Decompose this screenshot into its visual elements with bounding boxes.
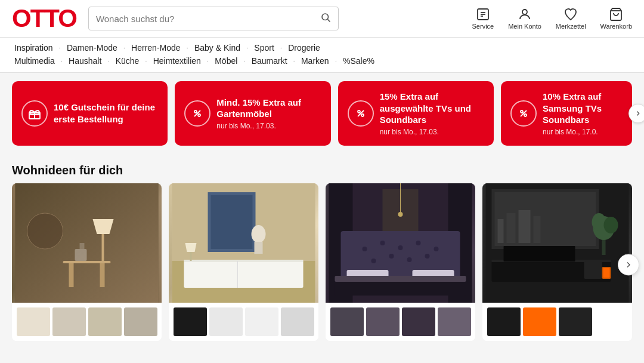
promo-title-4: 10% Extra auf Samsung TVs Soundbars xyxy=(543,91,621,126)
svg-point-12 xyxy=(358,110,360,113)
svg-point-51 xyxy=(389,254,394,259)
thumb-item[interactable] xyxy=(402,307,435,336)
wishlist-label: Merkzettel xyxy=(556,23,586,30)
room-scene-2 xyxy=(169,183,318,303)
svg-point-47 xyxy=(398,245,403,250)
thumb-item[interactable] xyxy=(124,307,157,336)
nav-baumarkt[interactable]: Baumarkt xyxy=(249,54,290,67)
thumb-item[interactable] xyxy=(245,307,278,336)
nav-baby-kind[interactable]: Baby & Kind xyxy=(192,41,243,54)
svg-point-46 xyxy=(380,241,385,245)
product-image-3 xyxy=(326,183,475,303)
thumb-item[interactable] xyxy=(209,307,243,336)
promo-subtitle-2: nur bis Mo., 17.03. xyxy=(216,122,320,130)
cart-label: Warenkorb xyxy=(600,23,632,30)
promo-title-1: 10€ Gutschein für deine erste Bestellung xyxy=(54,101,157,125)
product-card-3[interactable] xyxy=(326,183,475,341)
svg-rect-64 xyxy=(507,213,516,243)
cart-action[interactable]: Warenkorb xyxy=(600,7,632,30)
thumb-item[interactable] xyxy=(366,307,400,336)
nav-herren-mode[interactable]: Herren-Mode xyxy=(129,41,182,54)
svg-point-45 xyxy=(363,247,367,251)
svg-line-1 xyxy=(327,19,330,21)
svg-point-27 xyxy=(27,213,63,249)
wishlist-action[interactable]: Merkzettel xyxy=(556,7,586,30)
book-icon xyxy=(476,7,490,21)
gift-icon xyxy=(21,100,48,127)
thumb-item[interactable] xyxy=(438,307,471,336)
nav-row-2: Multimedia · Haushalt · Küche · Heimtext… xyxy=(12,54,632,67)
thumb-item[interactable] xyxy=(52,307,86,336)
svg-point-6 xyxy=(522,10,527,14)
promo-card-4[interactable]: 10% Extra auf Samsung TVs Soundbars nur … xyxy=(501,81,632,146)
thumb-item[interactable] xyxy=(523,307,556,336)
thumb-item[interactable] xyxy=(559,307,592,336)
promo-card-3[interactable]: 15% Extra auf ausgewählte TVs und Soundb… xyxy=(338,81,494,146)
svg-rect-25 xyxy=(75,249,87,261)
percent-icon-3 xyxy=(510,100,537,127)
svg-rect-36 xyxy=(184,260,304,262)
svg-line-11 xyxy=(194,110,200,116)
promo-next-button[interactable] xyxy=(628,104,644,123)
search-input[interactable] xyxy=(96,14,320,24)
thumb-item[interactable] xyxy=(281,307,314,336)
promo-card-2[interactable]: Mind. 15% Extra auf Gartenmöbel nur bis … xyxy=(175,81,330,146)
svg-rect-63 xyxy=(498,219,504,243)
svg-rect-21 xyxy=(69,263,74,287)
nav-row-1: Inspiration · Damen-Mode · Herren-Mode ·… xyxy=(12,41,632,54)
search-bar[interactable] xyxy=(88,7,339,30)
nav-sport[interactable]: Sport xyxy=(252,41,276,54)
room-scene-4 xyxy=(482,183,632,303)
grid-next-button[interactable] xyxy=(618,254,639,275)
header-actions: Service Mein Konto Merkzettel Warenkorb xyxy=(472,7,632,30)
thumb-item[interactable] xyxy=(487,307,521,336)
nav-heimtextilien[interactable]: Heimtextilien xyxy=(151,54,203,67)
svg-point-70 xyxy=(604,217,618,233)
nav-multimedia[interactable]: Multimedia xyxy=(12,54,57,67)
nav-inspiration[interactable]: Inspiration xyxy=(12,41,55,54)
thumb-item[interactable] xyxy=(330,307,364,336)
promo-card-1[interactable]: 10€ Gutschein für deine erste Bestellung xyxy=(12,81,168,146)
promo-title-2: Mind. 15% Extra auf Gartenmöbel xyxy=(216,97,320,120)
nav-marken[interactable]: Marken xyxy=(299,54,332,67)
svg-line-14 xyxy=(358,110,364,116)
header: OTTO Service Mein Konto xyxy=(0,0,644,38)
service-action[interactable]: Service xyxy=(472,7,494,30)
product-image-4 xyxy=(482,183,632,303)
svg-point-10 xyxy=(198,114,200,116)
product-image-1 xyxy=(12,183,162,303)
thumb-item[interactable] xyxy=(17,307,50,336)
product-thumbs-2 xyxy=(169,303,318,341)
svg-marker-39 xyxy=(185,243,197,252)
product-card-4[interactable] xyxy=(482,183,632,341)
promo-strip: 10€ Gutschein für deine erste Bestellung… xyxy=(0,73,644,154)
search-icon[interactable] xyxy=(320,12,331,25)
svg-line-17 xyxy=(521,110,527,116)
logo[interactable]: OTTO xyxy=(12,6,76,31)
product-card-1[interactable] xyxy=(12,183,162,341)
svg-rect-76 xyxy=(603,268,610,278)
nav-sale[interactable]: %Sale% xyxy=(340,54,377,67)
room-scene-1 xyxy=(12,183,162,303)
nav: Inspiration · Damen-Mode · Herren-Mode ·… xyxy=(0,38,644,73)
wohnideen-title: Wohnideen für dich xyxy=(0,154,644,183)
svg-rect-65 xyxy=(519,210,531,243)
room-scene-3 xyxy=(326,183,475,303)
nav-kueche[interactable]: Küche xyxy=(113,54,142,67)
account-action[interactable]: Mein Konto xyxy=(508,7,541,30)
thumb-item[interactable] xyxy=(88,307,122,336)
promo-subtitle-4: nur bis Mo., 17.0. xyxy=(543,128,621,136)
svg-rect-32 xyxy=(211,195,253,249)
thumb-item[interactable] xyxy=(174,307,207,336)
svg-point-49 xyxy=(434,247,439,251)
nav-drogerie[interactable]: Drogerie xyxy=(286,41,323,54)
svg-point-52 xyxy=(407,257,412,262)
user-icon xyxy=(518,7,532,21)
nav-damen-mode[interactable]: Damen-Mode xyxy=(64,41,120,54)
svg-rect-26 xyxy=(80,243,85,249)
product-card-2[interactable] xyxy=(169,183,318,341)
svg-rect-20 xyxy=(63,261,111,263)
svg-point-48 xyxy=(416,241,421,245)
nav-moebel[interactable]: Möbel xyxy=(212,54,240,67)
nav-haushalt[interactable]: Haushalt xyxy=(66,54,104,67)
